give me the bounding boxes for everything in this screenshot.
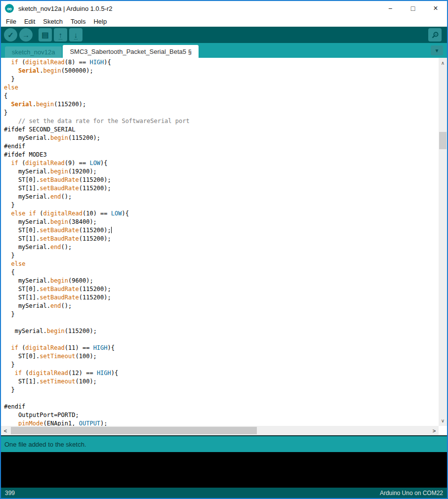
scroll-right-arrow-icon[interactable]: >: [430, 426, 439, 435]
code-line: mySerial.begin(9600);: [4, 277, 439, 285]
code-line: {: [4, 268, 439, 277]
open-sketch-button[interactable]: ↑: [54, 28, 67, 42]
code-line: else: [4, 83, 439, 92]
window-controls: − □ ×: [379, 1, 447, 16]
vertical-scrollbar-thumb[interactable]: [439, 132, 447, 149]
verify-button[interactable]: ✓: [4, 28, 17, 42]
code-line: // set the data rate for the SoftwareSer…: [4, 117, 439, 125]
magnifier-icon: [431, 31, 439, 39]
code-line: #ifdef MODE3: [4, 151, 439, 159]
up-arrow-icon: ↑: [59, 31, 63, 40]
code-line: if (digitalRead(9) == LOW){: [4, 159, 439, 167]
code-line: else: [4, 260, 439, 268]
menu-sketch[interactable]: Sketch: [39, 18, 67, 25]
code-line: }: [4, 386, 439, 394]
code-line: [4, 319, 439, 327]
code-line: }: [4, 361, 439, 369]
tab-label: sketch_nov12a: [12, 48, 55, 56]
code-line: #ifdef SECOND_SERIAL: [4, 125, 439, 134]
code-line: if (digitalRead(11) == HIGH){: [4, 344, 439, 352]
tab-smc3-sabertooth[interactable]: SMC3_Sabertooth_Packet_Serial_Beta5 §: [63, 45, 198, 58]
code-line: #endif: [4, 403, 439, 411]
check-icon: ✓: [7, 31, 14, 40]
arduino-ide-window: ∞ sketch_nov12a | Arduino 1.0.5-r2 − □ ×…: [0, 0, 448, 499]
menu-tools[interactable]: Tools: [67, 18, 89, 25]
arduino-logo-icon: ∞: [5, 4, 14, 13]
menu-help[interactable]: Help: [89, 18, 111, 25]
document-icon: ▤: [41, 31, 48, 40]
tab-bar: sketch_nov12a SMC3_Sabertooth_Packet_Ser…: [1, 43, 447, 58]
scroll-up-arrow-icon[interactable]: ∧: [439, 59, 447, 67]
code-line: }: [4, 109, 439, 117]
close-button[interactable]: ×: [424, 1, 447, 16]
window-title: sketch_nov12a | Arduino 1.0.5-r2: [18, 5, 113, 12]
code-line: [4, 394, 439, 403]
vertical-scrollbar[interactable]: ∧ ∨: [439, 58, 447, 426]
code-line: }: [4, 310, 439, 319]
code-line: mySerial.end();: [4, 243, 439, 251]
minimize-button[interactable]: −: [379, 1, 402, 16]
code-line: Serial.begin(115200);: [4, 100, 439, 109]
scroll-down-arrow-icon[interactable]: ∨: [439, 416, 447, 425]
code-line: mySerial.end();: [4, 302, 439, 310]
code-line: mySerial.begin(38400);: [4, 218, 439, 226]
maximize-button[interactable]: □: [402, 1, 424, 16]
code-editor: if (digitalRead(8) == HIGH){ Serial.begi…: [1, 58, 447, 426]
code-line: Serial.begin(500000);: [4, 67, 439, 75]
code-line: {: [4, 92, 439, 100]
chevron-down-icon: ▼: [435, 48, 440, 53]
code-line: #endif: [4, 142, 439, 151]
code-line: }: [4, 75, 439, 83]
scrollbar-corner: [439, 426, 447, 435]
code-line: ST[1].setBaudRate(115200);: [4, 293, 439, 302]
code-line: ST[0].setBaudRate(115200);: [4, 226, 439, 235]
text-caret: [111, 227, 112, 233]
horizontal-scrollbar-thumb[interactable]: [11, 427, 257, 434]
horizontal-scrollbar[interactable]: < >: [1, 426, 447, 435]
code-line: if (digitalRead(8) == HIGH){: [4, 58, 439, 67]
code-line: mySerial.begin(19200);: [4, 167, 439, 176]
tab-list-dropdown-button[interactable]: ▼: [431, 45, 443, 55]
menu-file[interactable]: File: [2, 18, 20, 25]
status-message: One file added to the sketch.: [4, 441, 86, 448]
code-lines[interactable]: if (digitalRead(8) == HIGH){ Serial.begi…: [1, 58, 439, 426]
tab-label: SMC3_Sabertooth_Packet_Serial_Beta5 §: [70, 48, 191, 55]
new-sketch-button[interactable]: ▤: [39, 28, 52, 42]
cursor-line-number: 399: [5, 490, 15, 497]
toolbar: ✓ → ▤ ↑ ↓: [1, 27, 447, 43]
right-arrow-icon: →: [22, 31, 30, 39]
code-line: mySerial.end();: [4, 193, 439, 201]
code-line: ST[1].setBaudRate(115200);: [4, 184, 439, 193]
code-line: ST[0].setBaudRate(115200);: [4, 285, 439, 293]
upload-button[interactable]: →: [19, 28, 33, 42]
status-bar: One file added to the sketch.: [1, 435, 447, 452]
console-output: [1, 452, 447, 488]
code-line: ST[1].setBaudRate(115200);: [4, 235, 439, 243]
code-line: OutputPort=PORTD;: [4, 411, 439, 419]
code-line: }: [4, 251, 439, 260]
code-line: mySerial.begin(115200);: [4, 134, 439, 142]
code-line: ST[0].setTimeout(100);: [4, 352, 439, 361]
code-line: pinMode(ENApin1, OUTPUT);: [4, 419, 439, 426]
serial-monitor-button[interactable]: [428, 28, 442, 42]
title-bar: ∞ sketch_nov12a | Arduino 1.0.5-r2 − □ ×: [1, 1, 447, 16]
code-line: ST[1].setTimeout(100);: [4, 377, 439, 386]
code-line: mySerial.begin(115200);: [4, 327, 439, 335]
board-port-info: Arduino Uno on COM22: [380, 490, 443, 497]
save-sketch-button[interactable]: ↓: [69, 28, 82, 42]
menu-bar: File Edit Sketch Tools Help: [1, 16, 447, 27]
scroll-left-arrow-icon[interactable]: <: [1, 426, 10, 435]
footer-bar: 399 Arduino Uno on COM22: [1, 488, 447, 498]
code-line: else if (digitalRead(10) == LOW){: [4, 209, 439, 218]
code-line: }: [4, 201, 439, 209]
tab-sketch-nov12a[interactable]: sketch_nov12a: [5, 46, 62, 58]
code-line: if (digitalRead(12) == HIGH){: [4, 369, 439, 377]
menu-edit[interactable]: Edit: [20, 18, 39, 25]
code-line: [4, 335, 439, 344]
code-line: ST[0].setBaudRate(115200);: [4, 176, 439, 184]
down-arrow-icon: ↓: [74, 31, 78, 40]
